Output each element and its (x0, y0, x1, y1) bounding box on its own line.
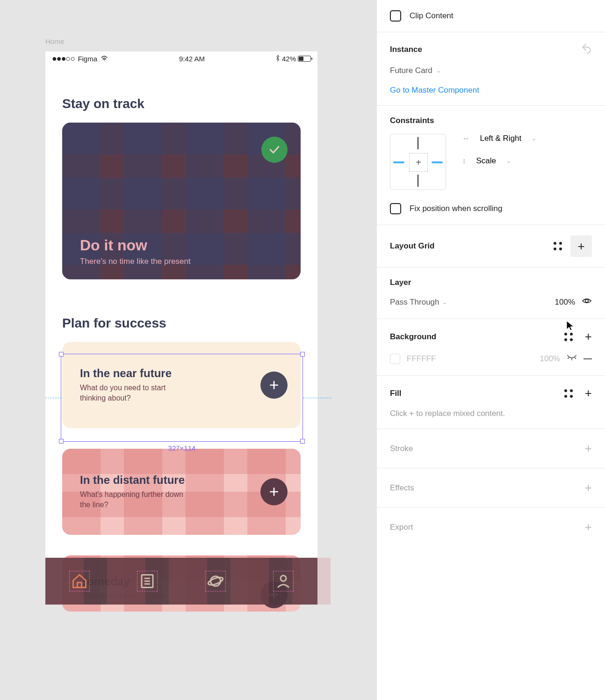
blend-mode-value: Pass Through (390, 298, 439, 307)
plus-icon[interactable] (260, 372, 288, 399)
card-subtitle: What's happening further down the line? (80, 489, 187, 510)
alignment-guide (45, 398, 62, 398)
export-section: Export + (377, 508, 605, 547)
instance-swap-dropdown[interactable]: Future Card ⌄ (390, 66, 592, 75)
layout-grid-section: Layout Grid + (377, 225, 605, 268)
clip-content-label: Clip Content (410, 11, 454, 21)
styles-icon[interactable] (554, 242, 562, 250)
card-distant-future[interactable]: In the distant future What's happening f… (62, 449, 301, 535)
chevron-down-icon: ⌄ (532, 135, 536, 142)
chevron-down-icon: ⌄ (442, 299, 447, 306)
svg-point-4 (585, 299, 588, 302)
card-subtitle: What do you need to start thinking about… (80, 383, 187, 403)
background-hex-input[interactable]: FFFFFF (407, 354, 436, 364)
chevron-down-icon: ⌄ (506, 158, 511, 164)
export-heading: Export (390, 523, 413, 532)
status-time: 9:42 AM (179, 55, 205, 63)
fix-position-checkbox[interactable] (390, 203, 401, 214)
card-title: Do it now (80, 237, 191, 254)
instance-heading: Instance (390, 45, 422, 54)
status-bar: ●●●○○ Figma 9:42 AM 42% (45, 51, 317, 64)
wifi-icon (100, 55, 108, 63)
vertical-constraint-value: Scale (476, 156, 496, 166)
reset-instance-icon[interactable] (580, 43, 592, 57)
home-icon[interactable] (71, 573, 88, 590)
instance-section: Instance Future Card ⌄ Go to Master Comp… (377, 32, 605, 106)
check-icon[interactable] (261, 137, 288, 163)
canvas[interactable]: Home ●●●○○ Figma 9:42 AM 42% Stay on tra… (0, 0, 376, 700)
effects-heading: Effects (390, 483, 414, 493)
hidden-eye-icon[interactable] (567, 352, 577, 365)
layout-grid-heading: Layout Grid (390, 241, 434, 251)
layer-opacity-input[interactable]: 100% (555, 298, 575, 307)
fix-position-label: Fix position when scrolling (410, 204, 502, 213)
alignment-guide (303, 398, 331, 398)
frame-label[interactable]: Home (45, 37, 64, 45)
fill-section: Fill + Click + to replace mixed content. (377, 376, 605, 429)
stroke-heading: Stroke (390, 444, 413, 453)
eye-icon[interactable] (582, 296, 592, 308)
signal-dots-icon: ●●●○○ (52, 54, 75, 64)
card-title: In the near future (80, 367, 187, 380)
styles-icon[interactable] (564, 333, 573, 341)
section-title-plan-for-success: Plan for success (45, 316, 317, 331)
add-stroke-button[interactable]: + (585, 441, 592, 456)
clip-content-checkbox[interactable] (390, 10, 401, 22)
layer-heading: Layer (390, 278, 592, 287)
constraints-heading: Constraints (390, 116, 592, 125)
add-effect-button[interactable]: + (585, 481, 592, 495)
vertical-constraint-select[interactable]: ↕ Scale ⌄ (462, 156, 536, 166)
instance-name: Future Card (390, 66, 432, 75)
constraints-section: Constraints + ↔ Left & Right ⌄ ↕ Scale ⌄ (377, 106, 605, 225)
layer-section: Layer Pass Through ⌄ 100% (377, 268, 605, 319)
add-fill-button[interactable]: + (585, 386, 592, 401)
card-near-future[interactable]: In the near future What do you need to s… (62, 342, 301, 428)
vertical-arrow-icon: ↕ (462, 157, 466, 165)
styles-icon[interactable] (564, 389, 573, 398)
fill-hint-text: Click + to replace mixed content. (390, 409, 592, 418)
remove-background-button[interactable] (583, 358, 592, 359)
add-layout-grid-button[interactable]: + (570, 235, 592, 257)
constraints-widget[interactable]: + (390, 134, 446, 190)
fill-heading: Fill (390, 389, 402, 398)
horizontal-constraint-value: Left & Right (480, 134, 521, 143)
card-title: In the distant future (80, 474, 187, 487)
bluetooth-icon (275, 55, 280, 63)
add-export-button[interactable]: + (585, 520, 592, 534)
effects-section: Effects + (377, 468, 605, 508)
card-subtitle: There's no time like the present (80, 257, 191, 266)
tab-bar (45, 558, 317, 605)
add-background-button[interactable]: + (585, 329, 592, 344)
horizontal-arrow-icon: ↔ (462, 134, 469, 143)
clip-content-section: Clip Content (377, 0, 605, 32)
battery-icon (298, 56, 311, 62)
blend-mode-select[interactable]: Pass Through ⌄ (390, 298, 447, 307)
section-title-stay-on-track: Stay on track (45, 96, 317, 111)
horizontal-constraint-select[interactable]: ↔ Left & Right ⌄ (462, 134, 536, 143)
plus-icon[interactable] (260, 478, 288, 505)
stroke-section: Stroke + (377, 429, 605, 468)
cursor-icon (566, 320, 575, 331)
properties-panel: Clip Content Instance Future Card ⌄ Go t… (376, 0, 605, 700)
list-icon[interactable] (139, 573, 156, 590)
card-do-it-now[interactable]: Do it now There's no time like the prese… (62, 123, 301, 279)
background-opacity-input[interactable]: 100% (540, 354, 560, 364)
chevron-down-icon: ⌄ (436, 67, 441, 74)
carrier-label: Figma (78, 55, 97, 63)
background-heading: Background (390, 332, 436, 342)
planet-icon[interactable] (207, 573, 224, 590)
battery-percent: 42% (282, 55, 296, 63)
background-swatch[interactable] (390, 354, 400, 364)
profile-icon[interactable] (275, 573, 292, 590)
go-to-master-link[interactable]: Go to Master Component (390, 86, 479, 95)
artboard-home[interactable]: ●●●○○ Figma 9:42 AM 42% Stay on track (45, 51, 317, 605)
